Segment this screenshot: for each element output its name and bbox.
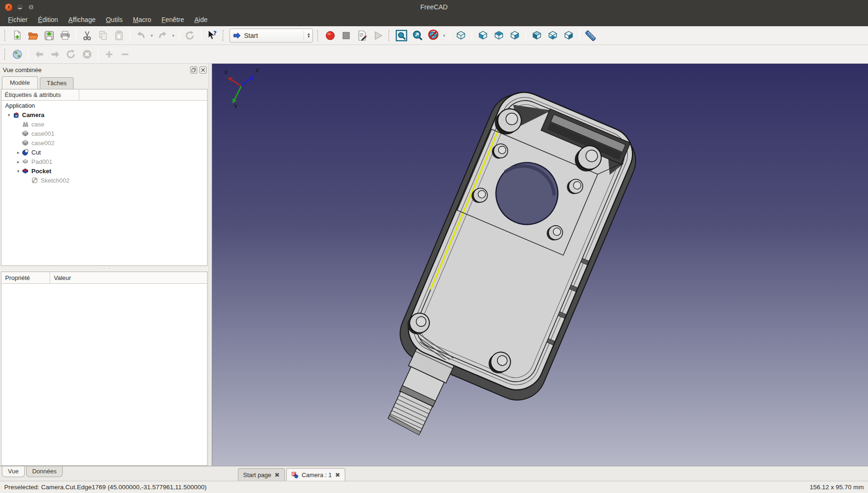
web-home-button[interactable]	[9, 47, 25, 62]
tab-donnees[interactable]: Données	[26, 466, 63, 477]
new-document-button[interactable]	[9, 28, 25, 43]
tree-item-sketch002[interactable]: Sketch002	[1, 176, 207, 185]
tree-column-header[interactable]: Étiquettes & attributs	[1, 89, 79, 100]
zoom-selection-button[interactable]	[409, 28, 425, 43]
3d-viewport[interactable]: x z y	[212, 64, 868, 466]
tree-item-camera[interactable]: ▾ Camera	[1, 110, 207, 119]
pocket-icon	[22, 168, 30, 174]
3d-model[interactable]	[212, 64, 868, 466]
zoom-in-button[interactable]	[101, 47, 117, 62]
panel-splitter[interactable]: · · ·	[1, 266, 208, 272]
expander-closed-icon[interactable]: ▸	[15, 159, 22, 164]
close-icon	[201, 68, 205, 72]
tab-modele[interactable]: Modèle	[2, 76, 38, 89]
tree-item-case001[interactable]: case001	[1, 129, 207, 138]
tree-item-application[interactable]: Application	[1, 101, 207, 110]
view-right-button[interactable]	[507, 28, 523, 43]
view-rear-icon	[531, 30, 542, 41]
measure-button[interactable]	[583, 28, 599, 43]
view-top-button[interactable]	[491, 28, 507, 43]
paste-button[interactable]	[111, 28, 127, 43]
undo-dropdown-caret[interactable]: ▾	[149, 28, 155, 43]
menu-fichier[interactable]: Fichier	[3, 14, 33, 26]
fit-all-button[interactable]	[393, 28, 409, 43]
menu-outils[interactable]: Outils	[101, 14, 128, 26]
expander-open-icon[interactable]: ▾	[15, 169, 22, 174]
save-document-button[interactable]	[41, 28, 57, 43]
zoom-out-button[interactable]	[117, 47, 133, 62]
menu-macro[interactable]: Macro	[128, 14, 156, 26]
pad-icon	[22, 158, 30, 165]
menu-affichage[interactable]: Affichage	[63, 14, 101, 26]
menu-aide[interactable]: Aide	[189, 14, 213, 26]
toolbar-grip[interactable]	[317, 30, 320, 41]
workbench-selector[interactable]: Start ▲▼	[230, 29, 313, 43]
view-left-icon	[563, 30, 574, 41]
zoom-selection-icon	[411, 29, 423, 42]
view-axonometric-button[interactable]	[453, 28, 469, 43]
menu-edition[interactable]: Édition	[33, 14, 63, 26]
view-front-button[interactable]	[475, 28, 491, 43]
panel-close-button[interactable]	[200, 66, 207, 74]
sketch-icon	[31, 177, 39, 184]
redo-dropdown-caret[interactable]: ▾	[171, 28, 176, 43]
nav-back-button[interactable]	[31, 47, 47, 62]
expander-open-icon[interactable]: ▾	[5, 112, 13, 118]
panel-title: Vue combinée	[3, 66, 188, 74]
macro-edit-button[interactable]	[354, 28, 370, 43]
value-column-header[interactable]: Valeur	[50, 272, 207, 283]
globe-icon	[12, 49, 23, 60]
undo-button[interactable]	[133, 28, 149, 43]
zoom-out-icon	[119, 49, 131, 60]
refresh-button[interactable]	[182, 28, 198, 43]
view-left-button[interactable]	[561, 28, 577, 43]
view-right-icon	[509, 30, 520, 41]
fit-all-icon	[395, 29, 408, 42]
nav-forward-button[interactable]	[47, 47, 63, 62]
draw-style-button[interactable]	[425, 28, 441, 43]
copy-button[interactable]	[95, 28, 111, 43]
menu-fenetre[interactable]: Fenêtre	[156, 14, 189, 26]
tab-taches[interactable]: Tâches	[40, 77, 74, 89]
close-icon[interactable]: ✖	[274, 471, 280, 478]
tree-item-case[interactable]: case	[1, 119, 207, 129]
view-rear-button[interactable]	[529, 28, 545, 43]
print-icon	[59, 30, 71, 41]
tree-item-cut[interactable]: ▸ Cut	[1, 147, 207, 157]
toolbar-grip[interactable]	[388, 30, 391, 41]
property-column-header[interactable]: Propriété	[1, 272, 50, 283]
tree-item-pocket[interactable]: ▾ Pocket	[1, 166, 207, 176]
toolbar-main: ▾ ▾ ? Start ▲▼	[0, 26, 868, 45]
panel-float-button[interactable]	[190, 66, 197, 74]
combined-view-tabs: Modèle Tâches	[1, 76, 208, 89]
tab-start-page[interactable]: Start page ✖	[238, 468, 285, 481]
toolbar-grip[interactable]	[223, 30, 225, 41]
toolbar-grip[interactable]	[4, 49, 7, 60]
macro-play-button[interactable]	[370, 28, 386, 43]
nav-stop-button[interactable]	[79, 47, 95, 62]
nav-refresh-button[interactable]	[63, 47, 79, 62]
whats-this-button[interactable]: ?	[204, 28, 220, 43]
combined-view-panel: Vue combinée Modèle Tâches Étiquettes & …	[0, 64, 208, 466]
dock-viewport-splitter[interactable]	[208, 64, 212, 466]
freecad-document-icon	[291, 471, 298, 478]
expander-closed-icon[interactable]: ▸	[15, 150, 22, 155]
view-bottom-button[interactable]	[545, 28, 561, 43]
copy-icon	[97, 30, 109, 41]
macro-stop-button[interactable]	[338, 28, 354, 43]
new-document-icon	[12, 30, 23, 41]
tree-item-pad001[interactable]: ▸ Pad001	[1, 157, 207, 166]
open-document-button[interactable]	[25, 28, 41, 43]
tab-vue[interactable]: Vue	[2, 466, 25, 477]
cut-button[interactable]	[79, 28, 95, 43]
tab-camera-document[interactable]: Camera : 1 ✖	[286, 468, 345, 481]
toolbar-grip[interactable]	[4, 30, 7, 41]
print-button[interactable]	[57, 28, 73, 43]
draw-style-dropdown-caret[interactable]: ▾	[441, 28, 447, 43]
macro-record-button[interactable]	[322, 28, 338, 43]
workbench-spinner[interactable]: ▲▼	[304, 31, 311, 40]
close-icon[interactable]: ✖	[335, 471, 340, 478]
tree-item-case002[interactable]: case002	[1, 138, 207, 147]
measure-ruler-icon	[585, 29, 597, 42]
redo-button[interactable]	[155, 28, 171, 43]
